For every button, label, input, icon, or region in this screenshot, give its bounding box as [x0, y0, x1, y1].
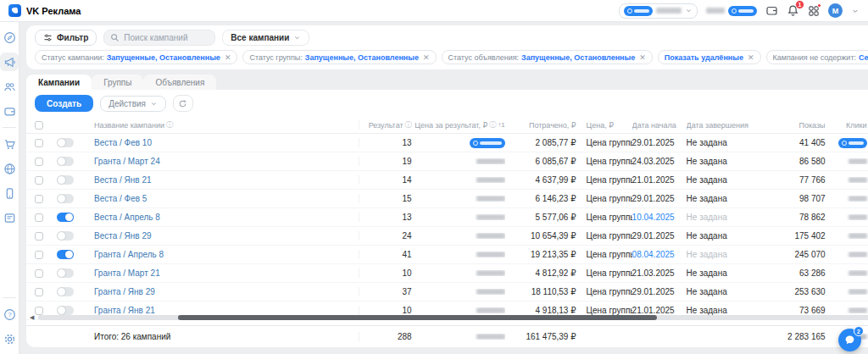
campaign-name-link[interactable]: Веста / Фев 5: [94, 194, 147, 203]
filter-button[interactable]: Фильтр: [35, 30, 97, 46]
filter-chip-1[interactable]: Статус группы:Запущенные, Остановленные✕: [242, 50, 436, 64]
date-start-cell: 21.01.2025: [632, 175, 687, 185]
campaign-toggle[interactable]: [57, 250, 74, 259]
tab-campaigns[interactable]: Кампании: [26, 75, 92, 90]
row-checkbox[interactable]: [35, 232, 43, 241]
campaign-name-link[interactable]: Гранта / Апрель 8: [94, 250, 164, 259]
filter-button-label: Фильтр: [57, 33, 88, 42]
spent-cell: 10 654,39 ₽: [505, 231, 576, 241]
filter-chip-0[interactable]: Статус кампании:Запущенные, Остановленны…: [35, 50, 237, 64]
col-shows[interactable]: Показы: [761, 121, 826, 130]
chip-remove-icon[interactable]: ✕: [639, 53, 646, 62]
sidebar-sites-globe-icon[interactable]: [0, 159, 19, 178]
chip-remove-icon[interactable]: ✕: [423, 53, 430, 62]
sidebar-mobile-apps-icon[interactable]: [0, 184, 19, 202]
campaign-name-link[interactable]: Веста / Апрель 8: [94, 213, 160, 222]
filter-chip-2[interactable]: Статус объявления:Запущенные, Остановлен…: [442, 50, 653, 64]
shows-cell: 98 707: [761, 194, 826, 203]
col-name[interactable]: Название кампанииⓘ: [94, 120, 359, 130]
date-start-value: 29.01.2025: [632, 231, 675, 241]
row-checkbox[interactable]: [35, 195, 43, 203]
sidebar-leadforms-icon[interactable]: [0, 208, 19, 227]
row-checkbox[interactable]: [35, 269, 43, 278]
col-clicks[interactable]: Клики: [826, 121, 868, 130]
refresh-button[interactable]: [173, 95, 193, 112]
col-spent[interactable]: Потрачено, ₽: [505, 121, 576, 130]
campaign-name-link[interactable]: Веста / Фев 10: [94, 138, 152, 147]
row-checkbox[interactable]: [35, 213, 43, 222]
campaign-name-link[interactable]: Веста / Янв 29: [94, 231, 152, 241]
support-chat-button[interactable]: 2: [838, 329, 861, 351]
campaign-toggle[interactable]: [57, 138, 74, 147]
sidebar-settings-gear-icon[interactable]: [0, 329, 19, 348]
row-checkbox[interactable]: [35, 288, 43, 296]
masked-value: [849, 196, 867, 202]
row-checkbox[interactable]: [35, 251, 43, 259]
campaign-toggle[interactable]: [57, 157, 74, 166]
campaign-toggle[interactable]: [57, 194, 74, 203]
row-checkbox[interactable]: [35, 176, 43, 185]
campaign-name-link[interactable]: Гранта / Март 24: [94, 157, 160, 166]
campaign-toggle[interactable]: [57, 268, 74, 278]
chip-remove-icon[interactable]: ✕: [225, 53, 231, 62]
select-all-checkbox[interactable]: [35, 121, 43, 130]
masked-value: [849, 252, 867, 257]
campaign-name-link[interactable]: Гранта / Янв 29: [94, 287, 155, 296]
search-input[interactable]: [124, 33, 209, 42]
campaign-name-link[interactable]: Гранта / Март 21: [94, 268, 160, 278]
chip-label: Статус кампании:: [42, 53, 104, 62]
campaign-name-link[interactable]: Веста / Янв 21: [94, 175, 152, 185]
date-start-cell: 24.03.2025: [632, 157, 687, 166]
campaign-toggle[interactable]: [57, 175, 74, 185]
sidebar-audience-users-icon[interactable]: [0, 77, 19, 96]
price-type-cell: Цена группы: [576, 250, 632, 259]
masked-value: [849, 177, 867, 183]
tab-ads[interactable]: Объявления: [143, 75, 216, 90]
date-start-value: 08.04.2025: [632, 250, 675, 259]
col-date-start[interactable]: Дата начала: [632, 121, 687, 130]
avatar[interactable]: M: [828, 3, 843, 18]
campaign-scope-select[interactable]: Все кампании: [222, 30, 309, 46]
col-result[interactable]: Результатⓘ: [359, 120, 412, 130]
masked-value: [476, 289, 505, 295]
cost-per-result-cell: [412, 233, 505, 239]
table-row: Веста / Апрель 8135 577,06 ₽Цена группы1…: [26, 208, 868, 227]
sidebar-dashboard-compass-icon[interactable]: [0, 28, 19, 47]
wallet-button[interactable]: [765, 4, 778, 17]
sidebar-budget-wallet-icon[interactable]: [0, 102, 19, 120]
date-start-value: 29.01.2025: [632, 138, 675, 147]
col-cost-per-result[interactable]: Цена за результат, ₽ⓘ↑1: [412, 120, 505, 130]
horizontal-scrollbar-thumb[interactable]: [178, 315, 657, 320]
horizontal-scrollbar[interactable]: [38, 315, 868, 320]
tab-groups[interactable]: Группы: [92, 75, 143, 90]
price-type-cell: Цена группы: [576, 268, 632, 278]
search-box[interactable]: [103, 30, 215, 46]
account-selector[interactable]: [619, 3, 698, 19]
campaign-toggle[interactable]: [57, 213, 74, 222]
sidebar-divider-bottom: [3, 297, 16, 298]
date-end-cell: Не задана: [687, 250, 761, 259]
campaign-toggle[interactable]: [57, 287, 74, 296]
create-button[interactable]: Создать: [35, 95, 93, 112]
campaign-toggle[interactable]: [57, 306, 74, 315]
campaign-toggle[interactable]: [57, 231, 74, 241]
col-price[interactable]: Цена, ₽: [576, 121, 632, 130]
apps-grid-button[interactable]: [808, 5, 820, 17]
filter-chip-4[interactable]: Кампания не содержит:Сервис✕: [766, 50, 868, 64]
col-date-end[interactable]: Дата завершения: [687, 121, 761, 130]
sidebar-campaigns-megaphone-icon[interactable]: [0, 53, 19, 71]
campaign-name-link[interactable]: Гранта / Янв 21: [94, 306, 155, 315]
filter-chip-3[interactable]: Показать удалённые✕: [658, 50, 761, 64]
row-checkbox[interactable]: [35, 139, 43, 147]
actions-dropdown-button[interactable]: Действия: [100, 96, 166, 112]
chip-remove-icon[interactable]: ✕: [748, 53, 754, 62]
row-checkbox[interactable]: [35, 307, 43, 315]
notifications-bell-button[interactable]: 1: [787, 4, 799, 17]
date-end-cell: Не задана: [687, 306, 761, 315]
hscroll-left-arrow[interactable]: ◀: [30, 314, 34, 321]
sidebar-ecommerce-cart-icon[interactable]: [0, 135, 19, 153]
row-checkbox[interactable]: [35, 158, 43, 166]
profile-chevron-down-icon[interactable]: [851, 7, 860, 15]
sidebar-help-icon[interactable]: ?: [0, 305, 19, 324]
balance-info[interactable]: [706, 6, 757, 16]
